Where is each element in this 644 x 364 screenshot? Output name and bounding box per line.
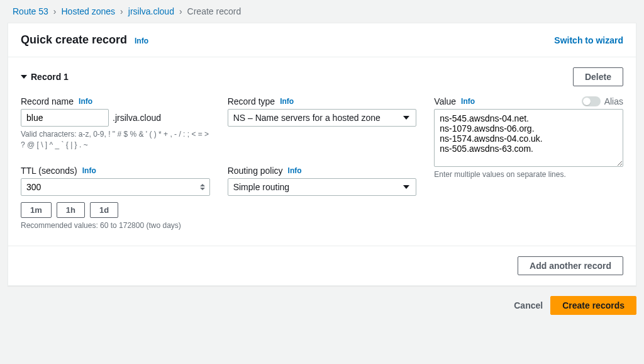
record-name-info-link[interactable]: Info <box>79 97 92 106</box>
panel-header: Quick create record Info Switch to wizar… <box>8 23 636 57</box>
chevron-right-icon: › <box>120 6 123 16</box>
breadcrumb-link-hosted-zones[interactable]: Hosted zones <box>62 6 116 16</box>
ttl-label: TTL (seconds) <box>21 166 77 176</box>
routing-policy-field: Routing policy Info Simple routing <box>228 166 417 231</box>
delete-record-button[interactable]: Delete <box>573 67 623 86</box>
breadcrumb: Route 53 › Hosted zones › jrsilva.cloud … <box>0 0 644 23</box>
chevron-right-icon: › <box>179 6 182 16</box>
ttl-hint: Recommended values: 60 to 172800 (two da… <box>21 220 210 231</box>
alias-toggle-label: Alias <box>604 96 623 106</box>
alias-toggle[interactable] <box>582 96 601 106</box>
ttl-stepper[interactable] <box>197 181 208 193</box>
record-type-field: Record type Info NS – Name servers for a… <box>228 96 417 151</box>
record-name-suffix: .jrsilva.cloud <box>113 113 161 123</box>
ttl-preset-1m[interactable]: 1m <box>21 202 52 218</box>
routing-policy-info-link[interactable]: Info <box>288 166 302 175</box>
record-title-label: Record 1 <box>31 72 69 82</box>
cancel-button[interactable]: Cancel <box>514 300 543 310</box>
caret-down-icon <box>21 75 27 79</box>
ttl-input[interactable] <box>21 178 210 196</box>
page-title-info-link[interactable]: Info <box>135 37 148 45</box>
record-value-info-link[interactable]: Info <box>461 97 475 106</box>
chevron-down-icon <box>403 185 409 189</box>
ttl-preset-1d[interactable]: 1d <box>90 202 118 218</box>
routing-policy-value: Simple routing <box>233 182 290 192</box>
record-value-hint: Enter multiple values on separate lines. <box>434 169 623 180</box>
panel-footer: Add another record <box>8 246 636 285</box>
record-name-label: Record name <box>21 96 74 106</box>
ttl-info-link[interactable]: Info <box>82 166 96 175</box>
stepper-down-icon <box>200 188 205 190</box>
chevron-down-icon <box>403 116 409 120</box>
breadcrumb-link-route53[interactable]: Route 53 <box>13 6 48 16</box>
record-type-info-link[interactable]: Info <box>280 97 294 106</box>
stepper-up-icon <box>200 184 205 186</box>
routing-policy-select[interactable]: Simple routing <box>228 178 417 196</box>
breadcrumb-current: Create record <box>187 6 242 16</box>
page-title: Quick create record <box>21 33 127 47</box>
chevron-right-icon: › <box>53 6 57 16</box>
record-name-input[interactable] <box>21 109 109 127</box>
record-name-hint: Valid characters: a-z, 0-9, ! " # $ % & … <box>21 129 210 151</box>
create-records-button[interactable]: Create records <box>550 296 636 315</box>
record-expander[interactable]: Record 1 <box>21 72 69 82</box>
record-value-field: Value Info Alias ns-545.awsdns-04.net. n… <box>434 96 623 230</box>
record-type-label: Record type <box>228 96 275 106</box>
create-record-panel: Quick create record Info Switch to wizar… <box>8 23 636 286</box>
record-value-textarea[interactable]: ns-545.awsdns-04.net. ns-1079.awsdns-06.… <box>434 109 623 167</box>
page-actions: Cancel Create records <box>0 296 644 327</box>
ttl-preset-1h[interactable]: 1h <box>57 202 85 218</box>
record-type-value: NS – Name servers for a hosted zone <box>233 113 380 123</box>
record-type-select[interactable]: NS – Name servers for a hosted zone <box>228 109 417 127</box>
ttl-field: TTL (seconds) Info 1m 1h 1d Recommended … <box>21 166 210 231</box>
add-another-record-button[interactable]: Add another record <box>518 256 623 275</box>
switch-to-wizard-link[interactable]: Switch to wizard <box>554 35 623 45</box>
breadcrumb-link-zone[interactable]: jrsilva.cloud <box>128 6 174 16</box>
record-1-block: Record 1 Delete Record name Info .jrsilv… <box>8 57 636 246</box>
record-name-field: Record name Info .jrsilva.cloud Valid ch… <box>21 96 210 151</box>
record-value-label: Value <box>434 96 456 106</box>
routing-policy-label: Routing policy <box>228 166 283 176</box>
